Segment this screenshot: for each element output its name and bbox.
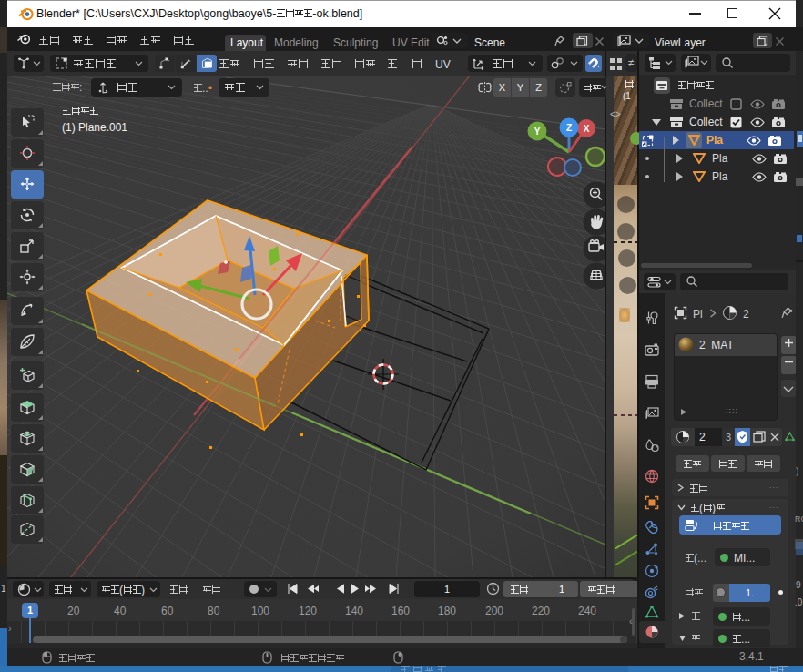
svg-text:Z: Z <box>566 123 572 133</box>
svg-text:Y: Y <box>534 127 541 137</box>
svg-text:X: X <box>584 124 590 134</box>
